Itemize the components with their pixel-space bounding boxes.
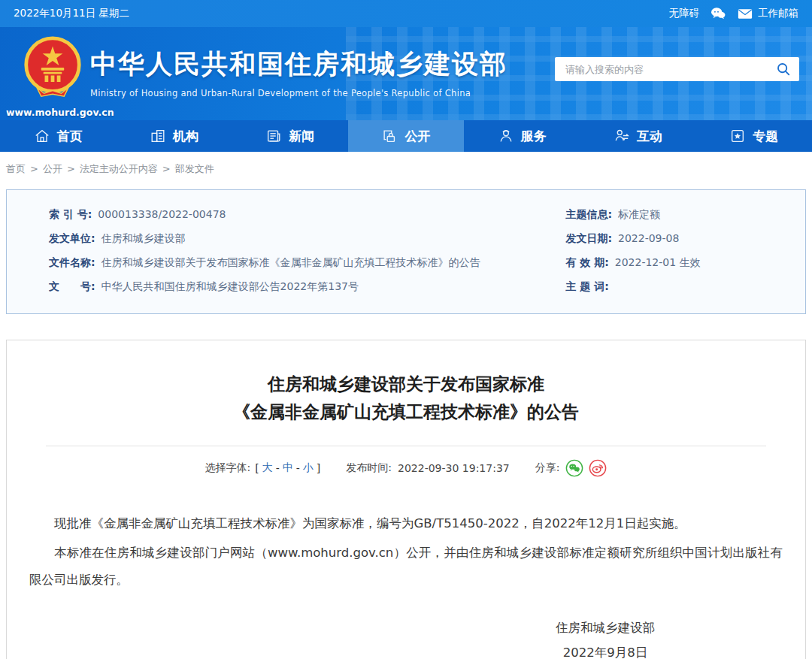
- article-paragraph: 现批准《金属非金属矿山充填工程技术标准》为国家标准，编号为GB/T51450-2…: [29, 510, 783, 537]
- meta-value: 000013338/2022-00478: [98, 207, 226, 222]
- breadcrumb-statutory-content[interactable]: 法定主动公开内容: [80, 163, 158, 174]
- article-paragraph: 本标准在住房和城乡建设部门户网站（www.mohurd.gov.cn）公开，并由…: [29, 540, 783, 593]
- signature-date: 2022年9月8日: [556, 640, 655, 659]
- font-size-separator: -: [296, 462, 300, 474]
- meta-value: 中华人民共和国住房和城乡建设部公告2022年第137号: [102, 279, 359, 294]
- share-group: 分享:: [535, 459, 607, 477]
- site-url: www.mohurd.gov.cn: [6, 107, 114, 118]
- article-card: 住房和城乡建设部关于发布国家标准 《金属非金属矿山充填工程技术标准》的公告 选择…: [6, 340, 806, 659]
- site-title: 中华人民共和国住房和城乡建设部: [90, 47, 508, 82]
- breadcrumb-disclosure[interactable]: 公开: [43, 163, 62, 174]
- publish-time-label: 发布时间:: [346, 461, 392, 475]
- service-icon: [498, 128, 514, 144]
- interaction-icon: [614, 128, 630, 144]
- meta-label: 发文日期:: [565, 231, 612, 246]
- meta-row-topic-info: 主题信息: 标准定额: [565, 207, 805, 222]
- breadcrumb-ministry-documents[interactable]: 部发文件: [175, 163, 214, 174]
- work-mailbox-label: 工作邮箱: [758, 7, 798, 20]
- meta-label: 发文单位:: [49, 231, 95, 246]
- share-weibo-icon[interactable]: [589, 459, 607, 477]
- nav-label: 新闻: [289, 128, 314, 145]
- organization-icon: [150, 128, 166, 144]
- nav-item-home[interactable]: 首页: [0, 120, 116, 152]
- nav-label: 机构: [173, 128, 198, 145]
- font-size-large-button[interactable]: 大: [262, 461, 273, 475]
- site-subtitle-english: Ministry of Housing and Urban-Rural Deve…: [90, 88, 508, 98]
- meta-label: 主 题 词:: [565, 279, 608, 294]
- home-icon: [34, 128, 50, 144]
- wechat-icon[interactable]: [710, 7, 726, 20]
- document-metadata-box: 索 引 号: 000013338/2022-00478 发文单位: 住房和城乡建…: [6, 189, 806, 314]
- bracket-close: ]: [317, 462, 320, 474]
- article-title-line1: 住房和城乡建设部关于发布国家标准: [7, 370, 805, 398]
- search-icon[interactable]: [775, 61, 792, 77]
- nav-item-organization[interactable]: 机构: [116, 120, 232, 152]
- page: 2022年10月11日 星期二 无障碍: [0, 0, 812, 659]
- nav-label: 服务: [521, 128, 547, 145]
- publish-time-group: 发布时间: 2022-09-30 19:17:37: [346, 461, 509, 475]
- meta-row-issue-date: 发文日期: 2022-09-08: [565, 231, 805, 246]
- main-nav: 首页 机构 新闻: [0, 120, 812, 152]
- site-search: [555, 57, 799, 81]
- meta-value: 2022-09-08: [618, 231, 679, 246]
- share-icons: [565, 459, 607, 477]
- title-divider: [46, 446, 766, 446]
- accessibility-link[interactable]: 无障碍: [669, 7, 700, 20]
- share-wechat-icon[interactable]: [565, 459, 583, 477]
- nav-label: 专题: [753, 128, 778, 145]
- article-meta-bar: 选择字体: [ 大 - 中 - 小 ] 发布时间: 2022-09-30 19:…: [7, 459, 805, 477]
- share-label: 分享:: [535, 461, 560, 475]
- meta-label: 文 号:: [49, 279, 95, 294]
- breadcrumb-separator: >: [67, 163, 75, 174]
- article-title-line2: 《金属非金属矿山充填工程技术标准》的公告: [7, 398, 805, 426]
- signature-block: 住房和城乡建设部 2022年9月8日: [7, 615, 805, 659]
- work-mailbox[interactable]: 工作邮箱: [737, 7, 798, 20]
- breadcrumb: 首页>公开>法定主动公开内容>部发文件: [0, 152, 812, 185]
- news-icon: [265, 128, 282, 144]
- breadcrumb-home[interactable]: 首页: [6, 163, 26, 174]
- envelope-icon: [737, 7, 753, 20]
- topics-star-icon: [729, 128, 746, 144]
- meta-value: 住房和城乡建设部: [102, 231, 186, 246]
- search-input[interactable]: [565, 64, 775, 75]
- nav-item-disclosure-active[interactable]: 公开: [348, 120, 464, 152]
- nav-label: 公开: [404, 128, 430, 145]
- font-size-separator: -: [276, 462, 280, 474]
- signature-inner: 住房和城乡建设部 2022年9月8日: [556, 615, 655, 659]
- meta-label: 索 引 号:: [49, 207, 92, 222]
- nav-item-news[interactable]: 新闻: [232, 120, 348, 152]
- meta-row-effective-date: 有 效 期: 2022-12-01 生效: [565, 255, 805, 270]
- meta-label: 文件名称:: [49, 255, 95, 270]
- national-emblem-logo: [23, 36, 83, 99]
- meta-label: 主题信息:: [565, 207, 612, 222]
- site-titles: 中华人民共和国住房和城乡建设部 Ministry of Housing and …: [90, 47, 508, 98]
- breadcrumb-separator: >: [162, 163, 171, 174]
- nav-label: 互动: [637, 128, 662, 145]
- publish-time-value: 2022-09-30 19:17:37: [398, 462, 510, 474]
- breadcrumb-separator: >: [30, 163, 38, 174]
- meta-value: 标准定额: [618, 207, 660, 222]
- meta-row-index-number: 索 引 号: 000013338/2022-00478: [49, 207, 565, 222]
- font-size-selector: 选择字体: [ 大 - 中 - 小 ]: [205, 461, 321, 475]
- meta-row-keywords: 主 题 词:: [565, 279, 805, 294]
- site-header: www.mohurd.gov.cn 中华人民共和国住房和城乡建设部 Minist…: [0, 27, 812, 120]
- disclosure-icon: [381, 128, 398, 144]
- meta-value: 2022-12-01 生效: [615, 255, 701, 270]
- article-body: 现批准《金属非金属矿山充填工程技术标准》为国家标准，编号为GB/T51450-2…: [29, 510, 783, 593]
- font-size-small-button[interactable]: 小: [303, 461, 314, 475]
- meta-row-document-title: 文件名称: 住房和城乡建设部关于发布国家标准《金属非金属矿山充填工程技术标准》的…: [49, 255, 565, 270]
- font-size-label: 选择字体:: [205, 461, 251, 475]
- top-utility-bar: 2022年10月11日 星期二 无障碍: [0, 0, 812, 27]
- current-date: 2022年10月11日 星期二: [14, 7, 129, 20]
- meta-value: 住房和城乡建设部关于发布国家标准《金属非金属矿山充填工程技术标准》的公告: [102, 255, 480, 270]
- topbar-links: 无障碍 工作邮箱: [669, 7, 799, 20]
- metadata-right-column: 主题信息: 标准定额 发文日期: 2022-09-08 有 效 期: 2022-…: [565, 207, 805, 303]
- nav-item-topics[interactable]: 专题: [696, 120, 812, 152]
- nav-item-interaction[interactable]: 互动: [580, 120, 695, 152]
- nav-item-service[interactable]: 服务: [464, 120, 580, 152]
- meta-row-document-number: 文 号: 中华人民共和国住房和城乡建设部公告2022年第137号: [49, 279, 565, 294]
- metadata-left-column: 索 引 号: 000013338/2022-00478 发文单位: 住房和城乡建…: [7, 207, 565, 303]
- nav-label: 首页: [57, 128, 83, 145]
- font-size-medium-button[interactable]: 中: [283, 461, 293, 475]
- meta-row-issuing-unit: 发文单位: 住房和城乡建设部: [49, 231, 565, 246]
